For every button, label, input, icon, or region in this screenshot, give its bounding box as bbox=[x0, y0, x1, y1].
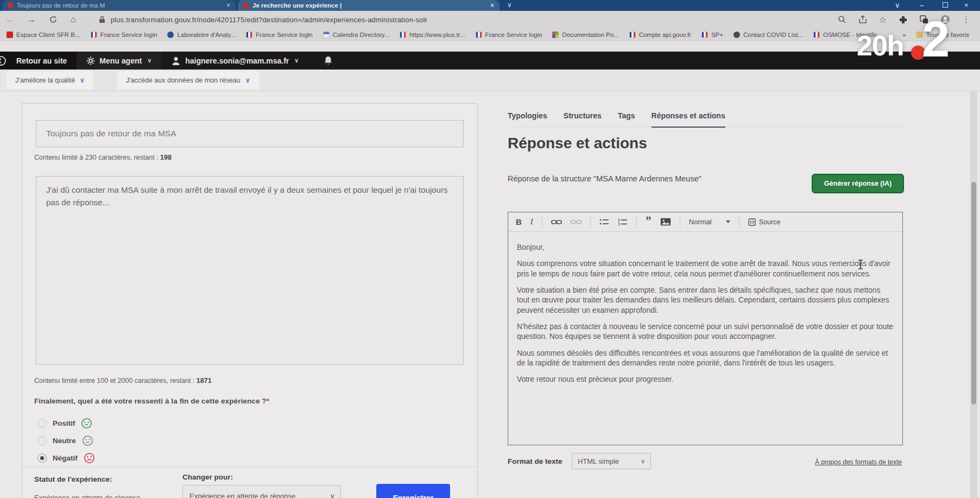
tab-close-icon[interactable]: × bbox=[226, 2, 230, 9]
form-divider bbox=[22, 467, 477, 467]
tab-structures[interactable]: Structures bbox=[564, 111, 602, 127]
account-menu-button[interactable]: haignere.sonia@mam.msa.fr ∨ bbox=[161, 52, 308, 70]
tab-groups-icon[interactable] bbox=[920, 15, 928, 24]
italic-icon[interactable]: I bbox=[530, 217, 533, 226]
format-select[interactable]: HTML simple ∨ bbox=[572, 453, 651, 469]
window-close-icon[interactable]: × bbox=[964, 1, 969, 9]
radio-option-negatif[interactable]: Négatif bbox=[37, 452, 95, 464]
toolbar-separator bbox=[739, 217, 739, 227]
bullet-list-icon[interactable] bbox=[599, 218, 609, 226]
rich-text-editor: B I bbox=[508, 212, 903, 445]
tab-typologies[interactable]: Typologies bbox=[508, 111, 547, 127]
chevron-down-icon: ∨ bbox=[147, 57, 151, 64]
window-menu-chevron-icon[interactable]: ∨ bbox=[895, 1, 900, 9]
tab-tags[interactable]: Tags bbox=[618, 111, 635, 127]
menu-agent-button[interactable]: Menu agent ∨ bbox=[77, 52, 161, 70]
browser-menu-kebab-icon[interactable]: ⋮ bbox=[962, 15, 970, 24]
bookmark-all-favorites[interactable]: Tous les favoris bbox=[916, 31, 969, 38]
share-icon[interactable] bbox=[858, 15, 867, 24]
radio-button[interactable] bbox=[37, 436, 47, 445]
title-counter: Contenu limité à 230 caractères, restant… bbox=[34, 154, 172, 161]
link-icon[interactable] bbox=[551, 219, 562, 225]
admin-toolbar: Retour au site Menu agent ∨ haignere.son… bbox=[0, 52, 980, 70]
bookmark-item[interactable]: OSMOSE - Identific... bbox=[813, 31, 883, 38]
window-restore-icon[interactable] bbox=[943, 2, 948, 8]
tab-label: Toujours pas de retour de ma M bbox=[17, 2, 223, 9]
browser-tab-1[interactable]: Toujours pas de retour de ma M × bbox=[2, 0, 236, 11]
paragraph-style-dropdown[interactable]: Normal bbox=[689, 218, 730, 226]
bookmark-favicon bbox=[400, 31, 406, 38]
subnav-tab-qualite[interactable]: J'améliore la qualité ∨ bbox=[7, 71, 93, 90]
radio-option-positif[interactable]: Positif bbox=[37, 418, 92, 429]
bookmark-item[interactable]: SP+ bbox=[701, 31, 723, 38]
workspace-subnav: J'améliore la qualité ∨ J'accède aux don… bbox=[0, 70, 980, 91]
bookmark-item[interactable]: Compte api.gouv.fr bbox=[629, 31, 691, 38]
padlock-icon[interactable] bbox=[99, 16, 105, 23]
bookmark-item[interactable]: Calendra Directory... bbox=[323, 31, 390, 38]
text-cursor bbox=[860, 260, 861, 269]
back-icon[interactable]: ← bbox=[5, 15, 14, 24]
editor-paragraph: Votre retour nous est précieux pour prog… bbox=[517, 375, 894, 384]
search-icon[interactable] bbox=[838, 15, 846, 24]
blockquote-icon[interactable]: ” bbox=[646, 218, 652, 226]
editor-content[interactable]: Bonjour, Nous comprenons votre situation… bbox=[508, 232, 902, 445]
panel-tabs: Typologies Structures Tags Réponses et a… bbox=[508, 103, 904, 127]
neutral-face-icon bbox=[82, 435, 93, 446]
experience-title-input[interactable]: Toujours pas de retour de ma MSA bbox=[36, 120, 464, 147]
bookmark-star-icon[interactable]: ☆ bbox=[879, 15, 887, 25]
bookmark-favicon bbox=[813, 31, 820, 38]
back-to-site-button[interactable]: Retour au site bbox=[0, 52, 77, 70]
bookmark-item[interactable]: France Service login bbox=[246, 31, 313, 38]
bookmark-item[interactable]: Espace Client SFR B... bbox=[7, 31, 80, 38]
about-formats-link[interactable]: À propos des formats de texte bbox=[815, 458, 902, 466]
experience-body-textarea[interactable]: J'ai dû contacter ma MSA suite à mon arr… bbox=[36, 176, 464, 365]
bookmark-item[interactable]: Laboratoire d'Analy... bbox=[167, 31, 235, 38]
window-minimize-icon[interactable]: – bbox=[920, 1, 924, 9]
bookmarks-overflow-icon[interactable]: » bbox=[902, 31, 906, 38]
bookmark-favicon bbox=[246, 31, 252, 38]
tab-search-chevron-icon[interactable]: ∨ bbox=[507, 1, 512, 9]
browser-navbar: ← → ⌂ plus.transformation.gouv.fr/node/4… bbox=[0, 11, 980, 28]
bookmark-item[interactable]: Contact COVID List... bbox=[734, 31, 803, 38]
radio-button[interactable] bbox=[37, 419, 47, 428]
save-button[interactable]: Enregistrer bbox=[376, 484, 450, 498]
chevron-down-icon: ∨ bbox=[641, 458, 645, 465]
bold-icon[interactable]: B bbox=[516, 217, 522, 226]
return-icon bbox=[0, 55, 7, 66]
toolbar-separator bbox=[542, 217, 542, 227]
radio-button-selected[interactable] bbox=[37, 453, 47, 463]
bookmark-item[interactable]: https://www.plus.tr... bbox=[400, 31, 465, 38]
forward-icon[interactable]: → bbox=[27, 15, 36, 24]
numbered-list-icon[interactable] bbox=[618, 218, 628, 226]
subnav-tab-donnees[interactable]: J'accède aux données de mon réseau ∨ bbox=[117, 71, 259, 90]
browser-tab-2[interactable]: Je recherche une expérience | × bbox=[238, 0, 500, 11]
experience-form-card: Toujours pas de retour de ma MSA Contenu… bbox=[22, 103, 478, 498]
bookmark-item[interactable]: France Service login bbox=[91, 31, 157, 38]
bookmark-item[interactable]: France Service login bbox=[476, 31, 542, 38]
tab-close-icon[interactable]: × bbox=[490, 2, 494, 9]
unlink-icon[interactable] bbox=[571, 219, 581, 225]
happy-face-icon bbox=[81, 418, 92, 429]
profile-avatar-icon[interactable] bbox=[940, 15, 950, 24]
extensions-icon[interactable] bbox=[899, 15, 908, 24]
generate-ai-response-button[interactable]: Générer réponse (IA) bbox=[812, 174, 904, 193]
editor-paragraph: Votre situation a bien été prise en comp… bbox=[517, 286, 894, 316]
tab-reponses-et-actions[interactable]: Réponses et actions bbox=[652, 111, 725, 128]
home-icon[interactable]: ⌂ bbox=[71, 15, 76, 24]
image-icon[interactable] bbox=[660, 218, 671, 226]
chevron-down-icon: ∨ bbox=[330, 492, 335, 498]
bookmark-item[interactable]: Documentation Po... bbox=[552, 31, 618, 38]
editor-paragraph: Nous comprenons votre situation concerna… bbox=[517, 259, 894, 279]
notifications-button[interactable] bbox=[308, 52, 343, 70]
scrollbar-thumb[interactable] bbox=[971, 182, 976, 405]
sad-face-icon bbox=[84, 452, 95, 464]
url-text[interactable]: plus.transformation.gouv.fr/node/4201175… bbox=[111, 16, 427, 24]
tab-favicon bbox=[243, 3, 249, 8]
bookmark-favicon bbox=[629, 31, 636, 38]
status-select[interactable]: Expérience en attente de réponse ∨ bbox=[182, 485, 341, 498]
editor-paragraph: N'hésitez pas à contacter à nouveau le s… bbox=[517, 322, 894, 342]
radio-option-neutre[interactable]: Neutre bbox=[37, 435, 93, 446]
screen: Toujours pas de retour de ma M × Je rech… bbox=[0, 0, 980, 498]
source-button[interactable]: Source bbox=[748, 218, 781, 226]
reload-icon[interactable] bbox=[49, 15, 58, 24]
